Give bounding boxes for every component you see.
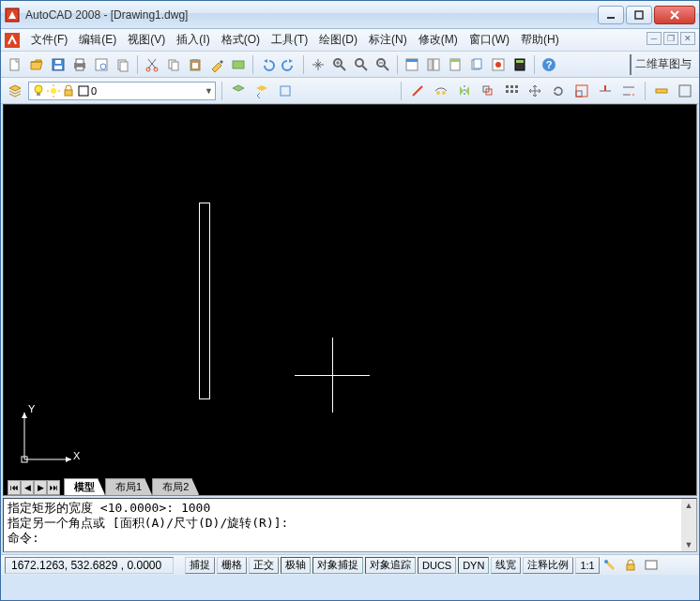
move-button[interactable] bbox=[525, 81, 545, 101]
tab-last-button[interactable]: ⏭ bbox=[47, 480, 60, 495]
mdi-close-button[interactable]: ✕ bbox=[680, 32, 695, 45]
construction-line-button[interactable] bbox=[431, 81, 451, 101]
svg-rect-48 bbox=[79, 86, 88, 96]
statusbar: 1672.1263, 532.6829 , 0.0000 捕捉 栅格 正交 极轴… bbox=[1, 554, 699, 575]
mirror-button[interactable] bbox=[454, 81, 475, 101]
status-ortho[interactable]: 正交 bbox=[249, 557, 279, 574]
open-button[interactable] bbox=[26, 54, 47, 75]
svg-rect-14 bbox=[120, 62, 128, 71]
lightbulb-icon bbox=[31, 83, 46, 98]
menu-edit[interactable]: 编辑(E) bbox=[73, 30, 122, 50]
command-scrollbar[interactable]: ▲▼ bbox=[681, 499, 696, 551]
separator bbox=[303, 55, 304, 74]
fillet-button[interactable] bbox=[675, 81, 695, 101]
status-annoscale-value[interactable]: 1:1 bbox=[575, 557, 599, 574]
help-button[interactable]: ? bbox=[539, 54, 559, 75]
tab-next-button[interactable]: ▶ bbox=[34, 480, 47, 495]
menu-view[interactable]: 视图(V) bbox=[122, 30, 171, 50]
cut-button[interactable] bbox=[142, 54, 162, 75]
maximize-button[interactable] bbox=[626, 6, 652, 24]
status-annoscale-label[interactable]: 注释比例 bbox=[523, 557, 573, 574]
close-button[interactable] bbox=[654, 6, 695, 24]
menu-file[interactable]: 文件(F) bbox=[25, 30, 73, 50]
coordinates-display[interactable]: 1672.1263, 532.6829 , 0.0000 bbox=[5, 557, 174, 574]
pan-button[interactable] bbox=[308, 54, 328, 75]
svg-point-74 bbox=[604, 560, 608, 563]
trim-button[interactable] bbox=[595, 81, 616, 101]
workspace-label[interactable]: 二维草图与 bbox=[630, 54, 695, 75]
menu-tools[interactable]: 工具(T) bbox=[266, 30, 313, 50]
menu-window[interactable]: 窗口(W) bbox=[464, 30, 515, 50]
zoom-window-button[interactable] bbox=[351, 54, 372, 75]
block-editor-button[interactable] bbox=[228, 54, 249, 75]
annoscale-icon[interactable] bbox=[600, 555, 620, 576]
separator bbox=[221, 82, 222, 100]
plot-preview-button[interactable] bbox=[91, 54, 112, 75]
lock-icon[interactable] bbox=[620, 555, 641, 576]
status-osnap[interactable]: 对象捕捉 bbox=[312, 557, 363, 574]
mdi-minimize-button[interactable]: ─ bbox=[647, 32, 662, 45]
tab-layout2[interactable]: 布局2 bbox=[152, 478, 199, 495]
status-otrack[interactable]: 对象追踪 bbox=[365, 557, 416, 574]
calculator-button[interactable] bbox=[510, 54, 530, 75]
new-button[interactable] bbox=[5, 54, 25, 75]
mdi-restore-button[interactable]: ❐ bbox=[663, 32, 678, 45]
clean-screen-icon[interactable] bbox=[641, 555, 662, 576]
line-button[interactable] bbox=[407, 81, 428, 101]
layer-properties-button[interactable] bbox=[5, 81, 25, 101]
svg-point-51 bbox=[436, 91, 440, 95]
menu-insert[interactable]: 插入(I) bbox=[171, 30, 215, 50]
tool-palettes-button[interactable] bbox=[445, 54, 465, 75]
tab-prev-button[interactable]: ◀ bbox=[21, 480, 34, 495]
rotate-button[interactable] bbox=[548, 81, 569, 101]
status-snap[interactable]: 捕捉 bbox=[185, 557, 215, 574]
markup-button[interactable] bbox=[488, 54, 509, 75]
tab-first-button[interactable]: ⏮ bbox=[8, 480, 21, 495]
design-center-button[interactable] bbox=[423, 54, 444, 75]
status-grid[interactable]: 栅格 bbox=[217, 557, 247, 574]
menu-format[interactable]: 格式(O) bbox=[216, 30, 266, 50]
extend-button[interactable] bbox=[618, 81, 639, 101]
drawing-viewport[interactable]: X Y ⏮ ◀ ▶ ⏭ 模型 布局1 布局2 bbox=[3, 104, 697, 496]
scale-button[interactable] bbox=[571, 81, 592, 101]
zoom-realtime-button[interactable] bbox=[329, 54, 350, 75]
layer-isolate-button[interactable] bbox=[275, 81, 296, 101]
properties-button[interactable] bbox=[402, 54, 422, 75]
layer-states-button[interactable] bbox=[228, 81, 249, 101]
offset-button[interactable] bbox=[478, 81, 498, 101]
svg-rect-60 bbox=[510, 90, 513, 93]
menu-help[interactable]: 帮助(H) bbox=[515, 30, 565, 50]
menu-draw[interactable]: 绘图(D) bbox=[313, 30, 363, 50]
layer-previous-button[interactable] bbox=[251, 81, 272, 101]
match-properties-button[interactable] bbox=[206, 54, 227, 75]
menu-dimension[interactable]: 标注(N) bbox=[363, 30, 413, 50]
command-window[interactable]: 指定矩形的宽度 <10.0000>: 1000 指定另一个角点或 [面积(A)/… bbox=[3, 498, 697, 552]
print-button[interactable] bbox=[69, 54, 90, 75]
svg-rect-18 bbox=[172, 62, 178, 70]
sheet-set-button[interactable] bbox=[466, 54, 487, 75]
minimize-button[interactable] bbox=[598, 6, 624, 24]
status-dyn[interactable]: DYN bbox=[458, 557, 489, 574]
tab-model[interactable]: 模型 bbox=[64, 478, 105, 495]
layer-dropdown[interactable]: 0 ▼ bbox=[28, 82, 216, 100]
svg-line-50 bbox=[413, 86, 422, 96]
status-ducs[interactable]: DUCS bbox=[418, 557, 456, 574]
command-prompt[interactable]: 命令: bbox=[8, 531, 39, 545]
measure-button[interactable] bbox=[651, 81, 672, 101]
svg-rect-57 bbox=[510, 85, 513, 88]
svg-rect-41 bbox=[37, 93, 40, 96]
chevron-down-icon: ▼ bbox=[205, 86, 213, 96]
undo-button[interactable] bbox=[257, 54, 278, 75]
svg-rect-47 bbox=[65, 90, 72, 96]
menu-modify[interactable]: 修改(M) bbox=[413, 30, 464, 50]
status-lwt[interactable]: 线宽 bbox=[491, 557, 521, 574]
publish-button[interactable] bbox=[113, 54, 133, 75]
tab-layout1[interactable]: 布局1 bbox=[105, 478, 152, 495]
paste-button[interactable] bbox=[185, 54, 205, 75]
copy-button[interactable] bbox=[163, 54, 184, 75]
array-button[interactable] bbox=[501, 81, 522, 101]
save-button[interactable] bbox=[48, 54, 68, 75]
redo-button[interactable] bbox=[279, 54, 299, 75]
zoom-previous-button[interactable] bbox=[373, 54, 393, 75]
status-polar[interactable]: 极轴 bbox=[281, 557, 311, 574]
